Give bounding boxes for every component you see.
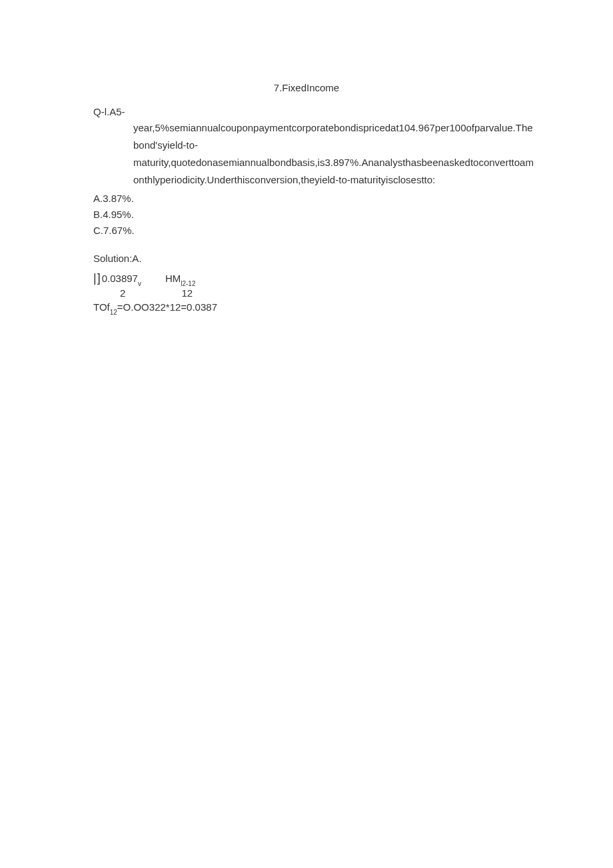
question-body: year,5%semiannualcouponpaymentcorporateb… <box>93 120 520 188</box>
question-line-3: maturity,quotedonasemiannualbondbasis,is… <box>133 155 520 171</box>
formula-tof-sub: 12 <box>110 309 117 316</box>
question-line-1: year,5%semiannualcouponpaymentcorporateb… <box>133 120 520 136</box>
formula-sub1: v <box>138 280 141 287</box>
options: A.3.87%. B.4.95%. C.7.67%. <box>93 191 520 239</box>
formula-row-3: TOf12=O.OO322*12=0.0387 <box>93 301 520 316</box>
formula-denom-2: 12 <box>182 287 193 299</box>
formula-val1: 0.03897 <box>102 273 138 284</box>
question-line-4: onthlyperiodicity.Underthisconversion,th… <box>133 172 520 188</box>
bracket-glyph: | ] <box>93 270 99 286</box>
formula-tof: TOf <box>93 301 110 313</box>
formula-calc: =O.OO322*12=0.0387 <box>117 301 217 313</box>
option-c: C.7.67%. <box>93 223 520 239</box>
option-a: A.3.87%. <box>93 191 520 207</box>
solution-label: Solution:A. <box>93 251 520 267</box>
question-line-2: bond'syield-to- <box>133 137 520 153</box>
section-title: 7.FixedIncome <box>93 80 520 96</box>
formula-row-1: | ] 0.03897v HMl2-12 <box>93 271 520 287</box>
formula-hm: HM <box>165 273 181 284</box>
option-b: B.4.95%. <box>93 207 520 223</box>
question-prefix: Q-l.A5- <box>93 104 520 120</box>
formula-block: | ] 0.03897v HMl2-12 2 12 TOf12=O.OO322*… <box>93 271 520 315</box>
formula-hm-sub: l2-12 <box>181 280 195 287</box>
formula-denom-1: 2 <box>120 287 125 300</box>
formula-row-2: 2 12 <box>93 287 520 300</box>
